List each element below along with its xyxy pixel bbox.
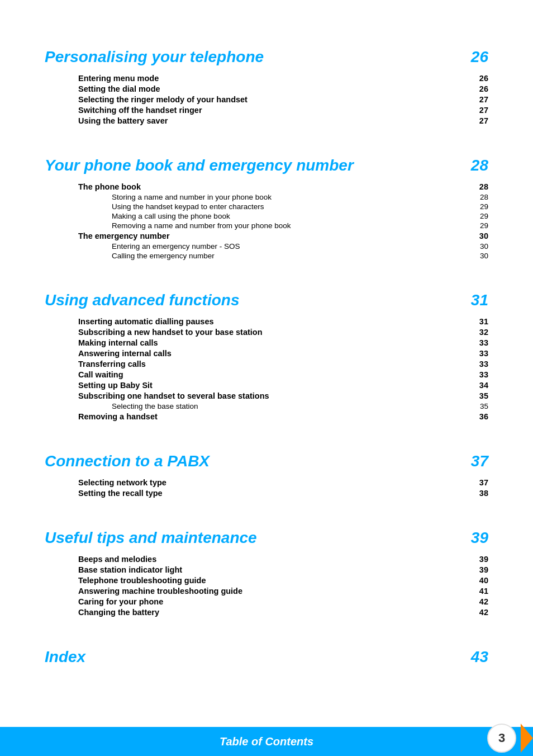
item-page-number: 42 — [472, 597, 488, 606]
section-pabx: Connection to a PABX37 — [45, 437, 488, 475]
item-page-number: 30 — [472, 252, 488, 260]
item-label: Answering machine troubleshooting guide — [78, 587, 242, 596]
section-page-index: 43 — [471, 648, 488, 666]
item-page-number: 34 — [472, 381, 488, 390]
item-label: The phone book — [78, 182, 141, 191]
list-item: Subscribing one handset to several base … — [45, 391, 488, 400]
section-phonebook: Your phone book and emergency number28 — [45, 141, 488, 179]
list-item: Setting up Baby Sit34 — [45, 381, 488, 390]
item-label: Making internal calls — [78, 338, 158, 347]
item-label: Selecting the ringer melody of your hand… — [78, 95, 248, 104]
footer-badge: 3 — [487, 724, 516, 753]
item-label: Inserting automatic dialling pauses — [78, 317, 214, 326]
item-label: Storing a name and number in your phone … — [112, 193, 272, 201]
list-item: Selecting the base station35 — [45, 402, 488, 410]
items-block-advanced: Inserting automatic dialling pauses31Sub… — [45, 317, 488, 421]
item-page-number: 35 — [472, 391, 488, 400]
items-block-useful: Beeps and melodies39Base station indicat… — [45, 555, 488, 617]
item-page-number: 29 — [472, 212, 488, 220]
item-page-number: 30 — [472, 242, 488, 251]
list-item: Call waiting33 — [45, 370, 488, 379]
list-item: Calling the emergency number30 — [45, 252, 488, 260]
items-block-phonebook: The phone book28Storing a name and numbe… — [45, 182, 488, 260]
item-label: Removing a handset — [78, 412, 158, 421]
list-item: Answering machine troubleshooting guide4… — [45, 587, 488, 596]
item-page-number: 26 — [472, 84, 488, 93]
item-label: Setting the recall type — [78, 489, 163, 498]
section-useful: Useful tips and maintenance39 — [45, 513, 488, 551]
item-label: Subscribing one handset to several base … — [78, 391, 269, 400]
item-page-number: 36 — [472, 412, 488, 421]
section-page-advanced: 31 — [471, 291, 488, 309]
item-label: The emergency number — [78, 231, 170, 240]
list-item: Inserting automatic dialling pauses31 — [45, 317, 488, 326]
section-title-phonebook: Your phone book and emergency number — [45, 157, 354, 174]
list-item: Selecting network type37 — [45, 478, 488, 487]
list-item: Base station indicator light39 — [45, 565, 488, 574]
section-index: Index43 — [45, 632, 488, 670]
item-page-number: 30 — [472, 231, 488, 240]
section-title-advanced: Using advanced functions — [45, 291, 240, 309]
footer-bar: Table of Contents 3 — [0, 727, 533, 756]
item-page-number: 38 — [472, 489, 488, 498]
item-label: Telephone troubleshooting guide — [78, 576, 206, 585]
item-label: Setting the dial mode — [78, 84, 160, 93]
list-item: Switching off the handset ringer27 — [45, 106, 488, 115]
footer-page-number: 3 — [498, 731, 505, 745]
list-item: Removing a name and number from your pho… — [45, 221, 488, 230]
list-item: Setting the recall type38 — [45, 489, 488, 498]
list-item: Storing a name and number in your phone … — [45, 193, 488, 201]
item-page-number: 41 — [472, 587, 488, 596]
item-label: Entering menu mode — [78, 74, 159, 83]
section-page-personalising: 26 — [471, 48, 488, 66]
item-label: Making a call using the phone book — [112, 212, 230, 220]
item-label: Entering an emergency number - SOS — [112, 242, 240, 251]
item-page-number: 33 — [472, 338, 488, 347]
item-page-number: 39 — [472, 555, 488, 564]
item-page-number: 40 — [472, 576, 488, 585]
item-label: Subscribing a new handset to your base s… — [78, 328, 263, 337]
item-label: Transferring calls — [78, 360, 146, 368]
section-title-personalising: Personalising your telephone — [45, 48, 264, 66]
section-personalising: Personalising your telephone26 — [45, 32, 488, 70]
section-title-useful: Useful tips and maintenance — [45, 529, 257, 547]
item-label: Selecting the base station — [112, 402, 198, 410]
list-item: Entering an emergency number - SOS30 — [45, 242, 488, 251]
section-page-phonebook: 28 — [471, 157, 488, 174]
list-item: Using the handset keypad to enter charac… — [45, 202, 488, 211]
list-item: Removing a handset36 — [45, 412, 488, 421]
list-item: Using the battery saver27 — [45, 116, 488, 125]
list-item: Answering internal calls33 — [45, 349, 488, 358]
item-label: Call waiting — [78, 370, 123, 379]
list-item: Caring for your phone42 — [45, 597, 488, 606]
item-label: Using the battery saver — [78, 116, 168, 125]
list-item: The emergency number30 — [45, 231, 488, 240]
list-item: Transferring calls33 — [45, 360, 488, 368]
item-label: Beeps and melodies — [78, 555, 156, 564]
item-label: Changing the battery — [78, 608, 159, 617]
item-page-number: 27 — [472, 106, 488, 115]
list-item: Making a call using the phone book29 — [45, 212, 488, 220]
section-advanced: Using advanced functions31 — [45, 276, 488, 314]
list-item: Entering menu mode26 — [45, 74, 488, 83]
item-page-number: 32 — [472, 328, 488, 337]
item-page-number: 28 — [472, 193, 488, 201]
items-block-pabx: Selecting network type37Setting the reca… — [45, 478, 488, 498]
list-item: Making internal calls33 — [45, 338, 488, 347]
list-item: Beeps and melodies39 — [45, 555, 488, 564]
item-page-number: 37 — [472, 478, 488, 487]
list-item: Telephone troubleshooting guide40 — [45, 576, 488, 585]
list-item: Setting the dial mode26 — [45, 84, 488, 93]
section-page-pabx: 37 — [471, 452, 488, 470]
item-page-number: 29 — [472, 202, 488, 211]
item-label: Setting up Baby Sit — [78, 381, 153, 390]
list-item: The phone book28 — [45, 182, 488, 191]
item-page-number: 28 — [472, 182, 488, 191]
item-page-number: 27 — [472, 116, 488, 125]
section-title-pabx: Connection to a PABX — [45, 452, 210, 470]
item-label: Using the handset keypad to enter charac… — [112, 202, 264, 211]
item-page-number: 27 — [472, 95, 488, 104]
item-page-number: 29 — [472, 221, 488, 230]
footer-arrow-icon — [521, 724, 533, 753]
item-label: Removing a name and number from your pho… — [112, 221, 291, 230]
